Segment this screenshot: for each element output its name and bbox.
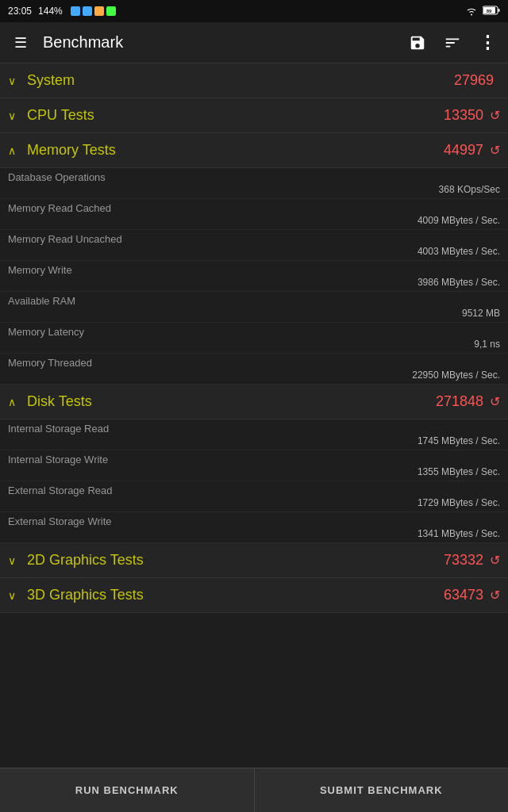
submit-benchmark-button[interactable]: SUBMIT BENCHMARK	[255, 768, 509, 812]
sub-item-label-memory-1: Memory Read Cached	[8, 202, 500, 214]
section-header-cpu[interactable]: ∨CPU Tests13350	[0, 98, 508, 133]
refresh-icon-3dgraphics[interactable]	[490, 588, 500, 603]
sub-item-memory-4: Available RAM9512 MB	[0, 292, 508, 323]
sub-item-label-memory-3: Memory Write	[8, 264, 500, 276]
sub-item-value-memory-4: 9512 MB	[8, 308, 500, 319]
chevron-disk: ∧	[8, 396, 21, 408]
svg-text:89: 89	[487, 9, 492, 13]
svg-point-0	[471, 14, 472, 16]
sub-item-memory-1: Memory Read Cached4009 MBytes / Sec.	[0, 199, 508, 230]
sub-item-memory-6: Memory Threaded22950 MBytes / Sec.	[0, 354, 508, 385]
sub-item-disk-3: External Storage Write1341 MBytes / Sec.	[0, 512, 508, 543]
section-name-disk: Disk Tests	[27, 393, 436, 410]
sub-item-value-memory-3: 3986 MBytes / Sec.	[8, 277, 500, 288]
section-score-cpu: 13350	[444, 107, 483, 124]
top-bar-icons	[406, 32, 498, 54]
section-score-disk: 271848	[436, 393, 483, 410]
sub-item-label-disk-0: Internal Storage Read	[8, 423, 500, 435]
chevron-system: ∨	[8, 75, 21, 87]
sub-item-label-memory-2: Memory Read Uncached	[8, 233, 500, 245]
section-header-system[interactable]: ∨System27969	[0, 63, 508, 98]
sub-item-disk-2: External Storage Read1729 MBytes / Sec.	[0, 481, 508, 512]
sub-item-memory-5: Memory Latency9,1 ns	[0, 323, 508, 354]
sub-item-label-memory-4: Available RAM	[8, 295, 500, 307]
sub-item-memory-0: Database Operations368 KOps/Sec	[0, 168, 508, 199]
wifi-icon	[465, 6, 478, 16]
sub-item-value-memory-2: 4003 MBytes / Sec.	[8, 246, 500, 257]
top-bar: Benchmark	[0, 22, 508, 63]
sub-item-label-memory-6: Memory Threaded	[8, 357, 500, 369]
bottom-bar: RUN BENCHMARK SUBMIT BENCHMARK	[0, 768, 508, 812]
section-name-3dgraphics: 3D Graphics Tests	[27, 587, 444, 603]
section-header-2dgraphics[interactable]: ∨2D Graphics Tests73332	[0, 543, 508, 578]
app-icons	[71, 6, 116, 16]
status-bar: 23:05 144% 89	[0, 0, 508, 22]
sub-item-label-disk-1: Internal Storage Write	[8, 454, 500, 465]
section-score-3dgraphics: 63473	[444, 587, 483, 603]
section-score-2dgraphics: 73332	[444, 552, 483, 569]
sub-item-value-memory-5: 9,1 ns	[8, 339, 500, 350]
section-name-cpu: CPU Tests	[27, 107, 444, 124]
sub-item-label-memory-5: Memory Latency	[8, 326, 500, 338]
chevron-cpu: ∨	[8, 109, 21, 122]
status-right: 89	[465, 6, 500, 17]
sub-item-value-disk-2: 1729 MBytes / Sec.	[8, 497, 500, 508]
refresh-icon-memory[interactable]	[490, 143, 500, 158]
sub-item-label-disk-3: External Storage Write	[8, 515, 500, 527]
filter-button[interactable]	[441, 32, 464, 54]
menu-button[interactable]	[10, 32, 32, 54]
run-benchmark-button[interactable]: RUN BENCHMARK	[0, 768, 255, 812]
section-name-system: System	[27, 72, 454, 89]
section-name-2dgraphics: 2D Graphics Tests	[27, 552, 444, 569]
sub-item-memory-3: Memory Write3986 MBytes / Sec.	[0, 261, 508, 292]
refresh-icon-cpu[interactable]	[490, 108, 500, 123]
content-area: ∨System27969∨CPU Tests13350∧Memory Tests…	[0, 63, 508, 768]
sub-item-value-memory-1: 4009 MBytes / Sec.	[8, 215, 500, 226]
section-name-memory: Memory Tests	[27, 142, 444, 159]
section-header-3dgraphics[interactable]: ∨3D Graphics Tests63473	[0, 578, 508, 613]
sub-item-label-memory-0: Database Operations	[8, 171, 500, 183]
chevron-3dgraphics: ∨	[8, 589, 21, 602]
section-header-disk[interactable]: ∧Disk Tests271848	[0, 385, 508, 419]
sub-item-label-disk-2: External Storage Read	[8, 485, 500, 496]
app-title: Benchmark	[43, 33, 395, 52]
sub-item-value-disk-1: 1355 MBytes / Sec.	[8, 466, 500, 477]
more-button[interactable]	[476, 32, 498, 54]
chevron-memory: ∧	[8, 144, 21, 157]
section-header-memory[interactable]: ∧Memory Tests44997	[0, 133, 508, 168]
sub-item-value-memory-0: 368 KOps/Sec	[8, 184, 500, 195]
sub-item-value-disk-0: 1745 MBytes / Sec.	[8, 435, 500, 446]
sub-item-memory-2: Memory Read Uncached4003 MBytes / Sec.	[0, 230, 508, 261]
status-battery-pct: 144%	[38, 6, 63, 17]
section-score-memory: 44997	[444, 142, 483, 159]
section-score-system: 27969	[454, 72, 494, 89]
battery-indicator: 89	[483, 6, 500, 17]
sub-item-value-disk-3: 1341 MBytes / Sec.	[8, 528, 500, 539]
refresh-icon-disk[interactable]	[490, 394, 500, 409]
status-left: 23:05 144%	[8, 6, 116, 17]
status-time: 23:05	[8, 6, 32, 17]
refresh-icon-2dgraphics[interactable]	[490, 553, 500, 568]
sub-item-disk-1: Internal Storage Write1355 MBytes / Sec.	[0, 450, 508, 481]
svg-rect-2	[498, 9, 500, 12]
sub-item-disk-0: Internal Storage Read1745 MBytes / Sec.	[0, 419, 508, 450]
chevron-2dgraphics: ∨	[8, 554, 21, 567]
save-button[interactable]	[406, 32, 429, 54]
sub-item-value-memory-6: 22950 MBytes / Sec.	[8, 370, 500, 381]
